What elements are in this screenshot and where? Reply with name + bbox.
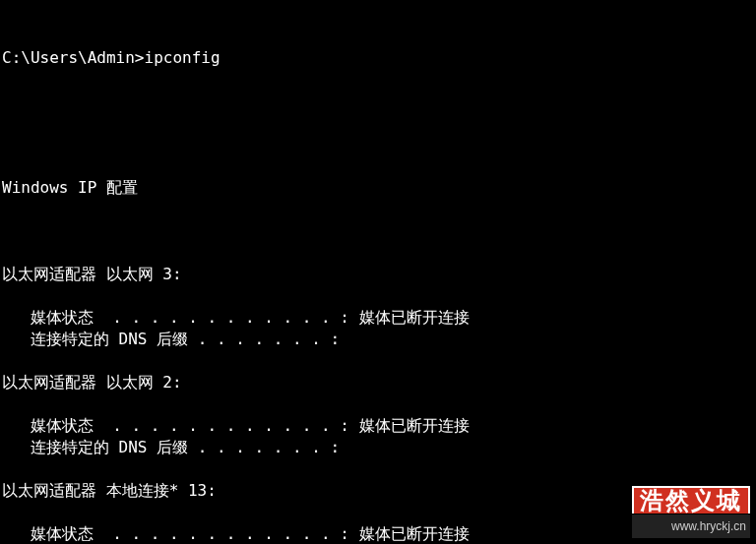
adapter-line: 媒体状态 . . . . . . . . . . . . : 媒体已断开连接 [2,415,754,437]
blank-line [2,285,754,307]
line-label: 连接特定的 DNS 后缀 . . . . . . . : [2,330,349,348]
line-label: 连接特定的 DNS 后缀 . . . . . . . : [2,438,349,456]
terminal-window[interactable]: C:\Users\Admin>ipconfig Windows IP 配置 以太… [0,0,756,544]
adapter-line: 连接特定的 DNS 后缀 . . . . . . . : [2,329,754,350]
line-value: 媒体已断开连接 [359,416,470,435]
adapter-name: 以太网适配器 本地连接* 13: [2,480,754,502]
blank-line [2,112,754,134]
line-value: 媒体已断开连接 [359,524,470,543]
adapter-name: 以太网适配器 以太网 3: [2,264,754,285]
adapter-line: 连接特定的 DNS 后缀 . . . . . . . : [2,437,754,458]
line-label: 媒体状态 . . . . . . . . . . . . : [2,524,359,543]
blank-line [2,242,754,264]
line-label: 媒体状态 . . . . . . . . . . . . : [2,416,359,435]
adapter-line: 媒体状态 . . . . . . . . . . . . : 媒体已断开连接 [2,523,754,544]
ip-config-header: Windows IP 配置 [2,177,754,199]
blank-line [2,458,754,480]
blank-line [2,393,754,415]
command-prompt: C:\Users\Admin>ipconfig [2,48,220,67]
adapter-list: 以太网适配器 以太网 3: 媒体状态 . . . . . . . . . . .… [2,242,754,544]
header-text: Windows IP 配置 [2,178,138,197]
blank-line [2,502,754,523]
line-value: 媒体已断开连接 [359,308,470,327]
adapter-line: 媒体状态 . . . . . . . . . . . . : 媒体已断开连接 [2,307,754,329]
adapter-name: 以太网适配器 以太网 2: [2,372,754,393]
blank-line [2,350,754,372]
line-label: 媒体状态 . . . . . . . . . . . . : [2,308,359,327]
prompt-line: C:\Users\Admin>ipconfig [2,47,754,69]
